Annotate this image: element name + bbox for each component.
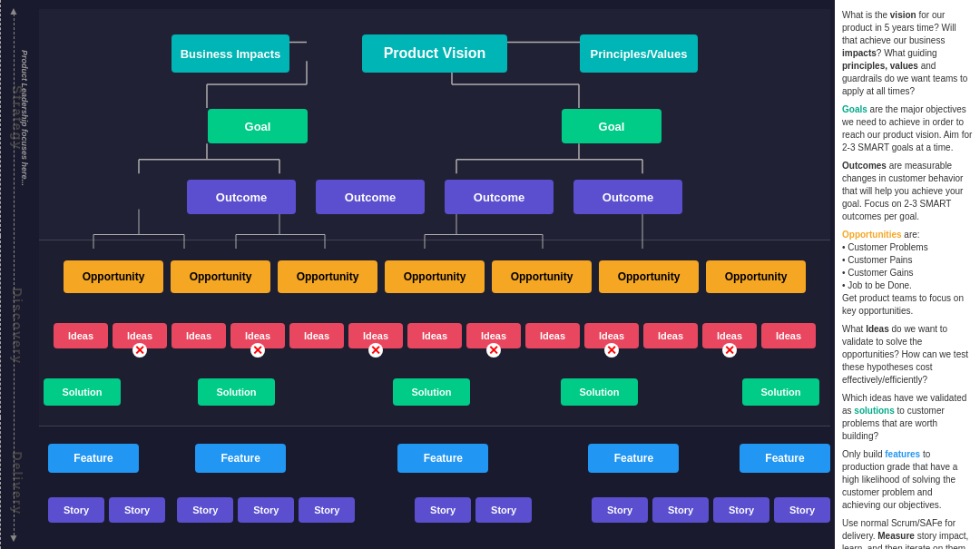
ideas11-node: Ideas	[643, 323, 698, 348]
story10-node: Story	[713, 497, 769, 523]
story4-node: Story	[238, 497, 294, 523]
solutions-row: Solution Solution Solution Solution Solu…	[39, 378, 830, 406]
ideas10-node: Ideas ✕	[584, 323, 639, 348]
opportunity1-node: Opportunity	[64, 260, 163, 293]
sidebar-opportunities-text: Opportunities are:• Customer Problems• C…	[842, 229, 973, 318]
solution1-node: Solution	[44, 378, 121, 406]
vision-row: Business Impacts Product Vision Principl…	[39, 34, 830, 73]
solution3-node: Solution	[393, 378, 470, 406]
story11-node: Story	[774, 497, 830, 523]
ideas-row: Ideas Ideas ✕ Ideas Ideas ✕ Ideas Ideas …	[39, 323, 830, 348]
discovery-text: Discovery	[11, 289, 25, 366]
side-labels: Strategy Product Leadership focuses here…	[0, 0, 34, 549]
ideas7-node: Ideas	[407, 323, 462, 348]
story7-node: Story	[475, 497, 532, 523]
story9-node: Story	[652, 497, 709, 523]
outcome4-node: Outcome	[573, 180, 682, 214]
outcome3-node: Outcome	[445, 180, 554, 214]
outcome2-node: Outcome	[316, 180, 425, 214]
feature2-node: Feature	[195, 444, 286, 473]
strategy-section: Business Impacts Product Vision Principl…	[39, 9, 830, 240]
sidebar-ideas-text: What Ideas do we want to validate to sol…	[842, 323, 973, 387]
ideas2-node: Ideas ✕	[113, 323, 167, 348]
delivery-section: Feature Feature Feature Feature Feature …	[39, 426, 830, 540]
goal2-node: Goal	[562, 109, 662, 143]
feature5-node: Feature	[740, 444, 830, 473]
ideas5-node: Ideas	[289, 323, 344, 348]
story2-node: Story	[109, 497, 165, 523]
x-mark3: ✕	[368, 343, 383, 358]
delivery-text: Delivery	[11, 451, 25, 515]
solution5-node: Solution	[742, 378, 819, 406]
product-vision-node: Product Vision	[362, 34, 507, 73]
opportunity3-node: Opportunity	[278, 260, 377, 293]
strategy-label: Strategy Product Leadership focuses here…	[0, 0, 34, 236]
sidebar-vision-text: What is the vision for our product in 5 …	[842, 9, 973, 98]
story3-node: Story	[177, 497, 233, 523]
solution2-node: Solution	[198, 378, 275, 406]
goal1-node: Goal	[208, 109, 308, 143]
story8-node: Story	[592, 497, 648, 523]
sidebar-solutions-text: Which ideas have we validated as solutio…	[842, 392, 973, 443]
ideas6-node: Ideas ✕	[348, 323, 403, 348]
sidebar-goals-text: Goals are the major objectives we need t…	[842, 103, 973, 154]
features-row: Feature Feature Feature Feature Feature	[39, 444, 830, 473]
ideas3-node: Ideas	[172, 323, 226, 348]
leadership-focus-text: Product Leadership focuses here...	[20, 50, 29, 186]
ideas9-node: Ideas	[525, 323, 580, 348]
x-mark4: ✕	[486, 343, 501, 358]
opportunities-row: Opportunity Opportunity Opportunity Oppo…	[39, 260, 830, 293]
sidebar-features-text: Only build features to production grade …	[842, 448, 973, 512]
ideas8-node: Ideas ✕	[466, 323, 521, 348]
business-impacts-node: Business Impacts	[172, 34, 289, 73]
outcome1-node: Outcome	[187, 180, 296, 214]
sidebar: What is the vision for our product in 5 …	[835, 0, 980, 549]
dashed-arrow	[14, 14, 15, 535]
x-mark5: ✕	[604, 343, 619, 358]
x-mark2: ✕	[250, 343, 265, 358]
story5-node: Story	[299, 497, 355, 523]
opportunity4-node: Opportunity	[385, 260, 485, 293]
outcomes-row: Outcome Outcome Outcome Outcome	[39, 180, 830, 214]
ideas13-node: Ideas	[761, 323, 816, 348]
opportunity2-node: Opportunity	[171, 260, 270, 293]
opportunity5-node: Opportunity	[492, 260, 592, 293]
solution4-node: Solution	[561, 378, 638, 406]
discovery-section: Opportunity Opportunity Opportunity Oppo…	[39, 240, 830, 426]
delivery-label: Delivery	[0, 417, 34, 549]
story6-node: Story	[415, 497, 471, 523]
sidebar-outcomes-text: Outcomes are measurable changes in custo…	[842, 160, 973, 223]
stories-row: Story Story Story Story Story Story Stor…	[39, 497, 830, 523]
x-mark6: ✕	[722, 343, 737, 358]
ideas1-node: Ideas	[54, 323, 108, 348]
opportunity7-node: Opportunity	[706, 260, 806, 293]
principles-values-node: Principles/Values	[580, 34, 698, 73]
feature4-node: Feature	[588, 444, 679, 473]
feature3-node: Feature	[397, 444, 488, 473]
opportunity6-node: Opportunity	[599, 260, 699, 293]
story1-node: Story	[48, 497, 104, 523]
ideas12-node: Ideas ✕	[702, 323, 757, 348]
ideas4-node: Ideas ✕	[230, 323, 285, 348]
x-mark1: ✕	[132, 343, 147, 358]
discovery-label: Discovery	[0, 236, 34, 417]
feature1-node: Feature	[48, 444, 139, 473]
sidebar-stories-text: Use normal Scrum/SAFe for delivery. Meas…	[842, 517, 973, 549]
diagram-area: Business Impacts Product Vision Principl…	[34, 0, 835, 549]
sections-container: Business Impacts Product Vision Principl…	[39, 9, 830, 540]
goals-row: Goal Goal	[39, 109, 830, 143]
